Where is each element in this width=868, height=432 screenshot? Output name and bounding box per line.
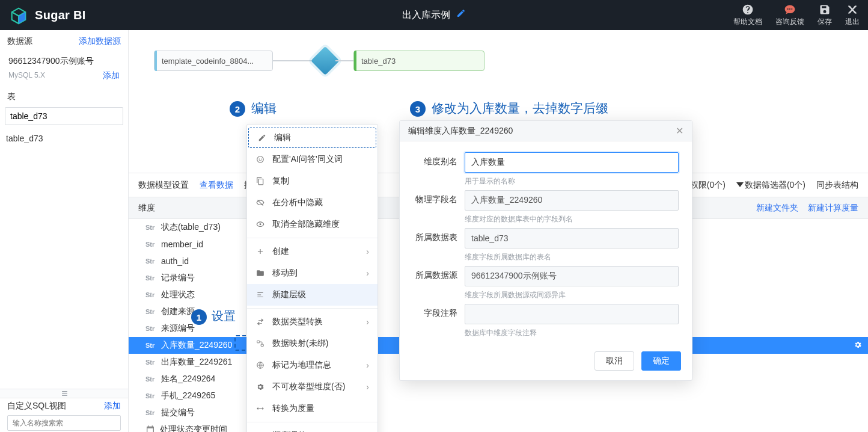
alias-label: 维度别名 xyxy=(413,152,465,167)
alias-input[interactable] xyxy=(465,152,679,173)
menu-item-unhide-all[interactable]: 取消全部隐藏维度 xyxy=(247,214,377,235)
alias-hint: 用于显示的名称 xyxy=(465,176,679,187)
ok-button[interactable]: 确定 xyxy=(641,351,681,371)
hierarchy-icon xyxy=(255,290,265,300)
eye-icon xyxy=(255,220,265,229)
svg-point-4 xyxy=(258,159,260,160)
sql-view-add-link[interactable]: 添加 xyxy=(104,401,121,412)
callout-3-badge: 3 xyxy=(410,101,426,117)
close-icon[interactable]: ✕ xyxy=(676,125,683,137)
feedback-button[interactable]: 咨询反馈 xyxy=(775,4,804,27)
edit-icon xyxy=(257,133,267,143)
plus-icon xyxy=(255,247,265,256)
chevron-right-icon: › xyxy=(366,268,369,278)
cancel-button[interactable]: 取消 xyxy=(594,351,634,371)
topbar-actions: 帮助文档 咨询反馈 保存 退出 xyxy=(733,4,860,27)
table-section-label: 表 xyxy=(0,88,128,103)
save-button[interactable]: 保存 xyxy=(818,4,832,27)
modal-title: 编辑维度入库数量_2249260 xyxy=(408,126,513,137)
dimension-row[interactable]: 处理状态变更时间 xyxy=(129,421,868,432)
callout-1-badge: 1 xyxy=(191,309,207,325)
owning-datasource-input xyxy=(465,266,679,286)
datasource-header: 数据源 添加数据源 xyxy=(0,30,128,52)
dimension-row[interactable]: Str提交编号 xyxy=(129,404,868,421)
callout-2-text: 编辑 xyxy=(251,100,277,117)
help-button[interactable]: 帮助文档 xyxy=(733,4,762,27)
datasource-item[interactable]: 96612347900示例账号 MySQL 5.X 添加 xyxy=(0,52,128,88)
new-folder-link[interactable]: 新建文件夹 xyxy=(756,203,798,214)
svg-rect-8 xyxy=(261,344,263,347)
edit-title-icon[interactable] xyxy=(456,8,466,20)
modal-footer: 取消 确定 xyxy=(400,345,692,380)
brand-text: Sugar BI xyxy=(35,8,86,22)
physical-field-input xyxy=(465,190,679,211)
sql-view-label: 自定义SQL视图 xyxy=(7,401,66,412)
datasource-add-link[interactable]: 添加 xyxy=(103,69,120,82)
menu-item-type-convert[interactable]: 数据类型转换› xyxy=(247,311,377,333)
menu-item-data-mapping[interactable]: 数据映射(未绑) xyxy=(247,333,377,354)
canvas-node-source[interactable]: template_codeinfo_8804... xyxy=(154,51,273,71)
field-note-label: 字段注释 xyxy=(413,304,465,319)
svg-point-5 xyxy=(261,159,262,160)
menu-item-new-level[interactable]: 新建层级 xyxy=(247,284,377,306)
physical-field-label: 物理字段名 xyxy=(413,190,465,205)
add-datasource-link[interactable]: 添加数据源 xyxy=(79,36,121,47)
gear-icon xyxy=(255,382,265,392)
menu-item-edit[interactable]: 编辑 xyxy=(248,128,376,148)
left-panel: 数据源 添加数据源 96612347900示例账号 MySQL 5.X 添加 表… xyxy=(0,30,129,432)
data-filter-link[interactable]: 数据筛选器(0个) xyxy=(736,180,805,191)
svg-rect-7 xyxy=(257,341,260,343)
sync-schema-link[interactable]: 同步表结构 xyxy=(816,180,858,191)
sql-view-search-input[interactable] xyxy=(7,415,121,431)
table-item[interactable]: table_d73 xyxy=(0,129,128,148)
callout-1-text: 设置 xyxy=(212,308,236,324)
menu-item-convert-to-measure[interactable]: 转换为度量 xyxy=(247,398,377,419)
dimension-row[interactable]: Str手机_2249265 xyxy=(129,387,868,404)
menu-item-reorder[interactable]: 顺序调整› xyxy=(247,425,377,432)
callout-3-text: 修改为入库数量，去掉数字后缀 xyxy=(432,100,608,117)
field-note-hint: 数据库中维度字段注释 xyxy=(465,328,679,338)
canvas-node-dest[interactable]: table_d73 xyxy=(353,51,484,71)
callout-2-badge: 2 xyxy=(230,101,245,117)
canvas-edge-2 xyxy=(335,60,353,61)
gear-icon[interactable] xyxy=(854,341,862,351)
tab-view-data[interactable]: 查看数据 xyxy=(200,180,233,191)
datasource-name: 96612347900示例账号 xyxy=(8,54,120,67)
owning-table-label: 所属数据表 xyxy=(413,228,465,243)
dimension-title: 维度 xyxy=(138,203,155,214)
funnel-icon xyxy=(736,182,744,187)
panel-resize-handle[interactable]: ≡ xyxy=(0,389,128,398)
chevron-right-icon: › xyxy=(366,360,369,370)
field-note-input xyxy=(465,304,679,324)
svg-point-3 xyxy=(257,156,264,163)
table-search-input[interactable] xyxy=(5,107,123,125)
datasource-label: 数据源 xyxy=(7,36,32,47)
new-calc-measure-link[interactable]: 新建计算度量 xyxy=(808,203,858,214)
menu-item-ai-synonym[interactable]: 配置'AI问答'同义词 xyxy=(247,149,377,170)
menu-item-non-enumerable[interactable]: 不可枚举型维度(否)› xyxy=(247,376,377,398)
canvas-edge-1 xyxy=(273,60,315,61)
folder-icon xyxy=(255,268,265,278)
owning-table-input xyxy=(465,228,679,248)
menu-item-copy[interactable]: 复制 xyxy=(247,170,377,192)
menu-item-create[interactable]: 创建› xyxy=(247,241,377,262)
hide-icon xyxy=(255,198,265,208)
owning-datasource-hint: 维度字段所属数据源或同源异库 xyxy=(465,290,679,300)
logo-icon xyxy=(8,5,29,25)
owning-table-hint: 维度字段所属数据库的表名 xyxy=(465,252,679,262)
context-menu: 编辑 配置'AI问答'同义词 复制 在分析中隐藏 取消全部隐藏维度 创建› 移动… xyxy=(246,124,378,432)
top-bar: Sugar BI 出入库示例 帮助文档 咨询反馈 保存 退出 xyxy=(0,0,868,30)
exit-button[interactable]: 退出 xyxy=(845,4,860,27)
chevron-right-icon: › xyxy=(366,247,369,256)
tab-model-settings[interactable]: 数据模型设置 xyxy=(138,180,189,191)
main-area: template_codeinfo_8804... table_d73 2 编辑… xyxy=(129,30,868,432)
physical-field-hint: 维度对应的数据库表中的字段列名 xyxy=(465,214,679,224)
menu-item-hide[interactable]: 在分析中隐藏 xyxy=(247,192,377,214)
robot-icon xyxy=(255,155,265,164)
copy-icon xyxy=(255,176,265,186)
owning-datasource-label: 所属数据源 xyxy=(413,266,465,281)
menu-item-move-to[interactable]: 移动到› xyxy=(247,262,377,284)
menu-item-geo-mark[interactable]: 标记为地理信息› xyxy=(247,354,377,376)
modal-header: 编辑维度入库数量_2249260 ✕ xyxy=(400,121,692,141)
mapping-icon xyxy=(255,339,265,348)
